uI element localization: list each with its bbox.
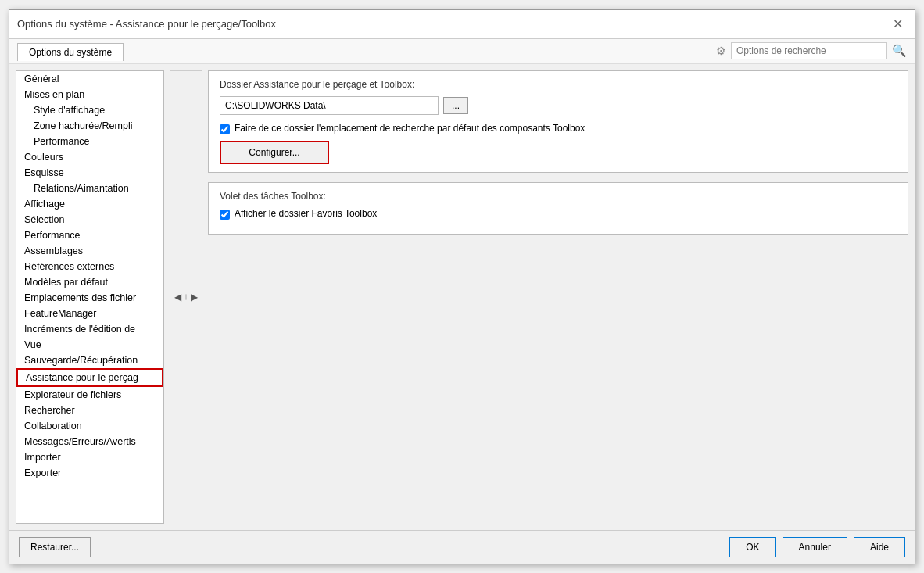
search-input[interactable]	[731, 42, 887, 59]
bottom-bar: Restaurer... OK Annuler Aide	[9, 530, 915, 564]
checkbox2-row: Afficher le dossier Favoris Toolbox	[220, 208, 897, 220]
help-button[interactable]: Aide	[854, 537, 905, 557]
sidebar-item-7[interactable]: Relations/Aimantation	[16, 181, 163, 196]
content-area: GénéralMises en planStyle d'affichageZon…	[9, 64, 915, 530]
ok-button[interactable]: OK	[729, 537, 775, 557]
sidebar-item-13[interactable]: Modèles par défaut	[16, 274, 163, 290]
folder-section-label: Dossier Assistance pour le perçage et To…	[220, 79, 897, 90]
checkbox1-row: Faire de ce dossier l'emplacement de rec…	[220, 123, 897, 134]
checkbox2[interactable]	[220, 210, 230, 220]
sidebar-item-19[interactable]: Assistance pour le perçag	[16, 368, 163, 387]
sidebar-item-4[interactable]: Performance	[16, 134, 163, 149]
configure-button[interactable]: Configurer...	[220, 141, 329, 164]
sidebar-scrollbar[interactable]	[185, 294, 187, 300]
folder-input[interactable]	[220, 96, 439, 115]
sidebar-item-17[interactable]: Vue	[16, 337, 163, 353]
dialog-buttons: OK Annuler Aide	[729, 537, 905, 557]
sidebar-item-11[interactable]: Assemblages	[16, 243, 163, 259]
sidebar-scroll-right[interactable]: ▶	[188, 292, 200, 303]
options-tab[interactable]: Options du système	[17, 43, 124, 61]
sidebar-scroll-left[interactable]: ◀	[172, 292, 184, 303]
folder-row: ...	[220, 96, 897, 115]
title-bar: Options du système - Assistance pour le …	[9, 10, 915, 39]
restore-button[interactable]: Restaurer...	[19, 537, 91, 557]
sidebar-item-9[interactable]: Sélection	[16, 212, 163, 227]
gear-icon: ⚙	[716, 45, 726, 57]
folder-section: Dossier Assistance pour le perçage et To…	[208, 70, 908, 173]
sidebar-item-16[interactable]: Incréments de l'édition de	[16, 321, 163, 337]
sidebar-item-5[interactable]: Couleurs	[16, 149, 163, 165]
dialog-title: Options du système - Assistance pour le …	[17, 18, 276, 30]
sidebar-item-22[interactable]: Collaboration	[16, 418, 163, 434]
sidebar-item-18[interactable]: Sauvegarde/Récupération	[16, 353, 163, 368]
checkbox1[interactable]	[220, 124, 230, 134]
sidebar-item-8[interactable]: Affichage	[16, 196, 163, 212]
cancel-button[interactable]: Annuler	[783, 537, 847, 557]
sidebar-item-6[interactable]: Esquisse	[16, 165, 163, 181]
sidebar-item-25[interactable]: Exporter	[16, 465, 163, 481]
sidebar-item-24[interactable]: Importer	[16, 449, 163, 465]
sidebar-item-1[interactable]: Mises en plan	[16, 87, 163, 102]
sidebar-item-3[interactable]: Zone hachurée/Rempli	[16, 118, 163, 134]
sidebar-item-0[interactable]: Général	[16, 71, 163, 87]
sidebar-item-21[interactable]: Rechercher	[16, 403, 163, 418]
checkbox2-label: Afficher le dossier Favoris Toolbox	[235, 208, 377, 219]
sidebar-item-2[interactable]: Style d'affichage	[16, 102, 163, 118]
sidebar-item-14[interactable]: Emplacements des fichier	[16, 290, 163, 306]
toolbar: Options du système ⚙ 🔍	[9, 39, 915, 64]
volet-section: Volet des tâches Toolbox: Afficher le do…	[208, 182, 908, 235]
main-panel: Dossier Assistance pour le perçage et To…	[208, 70, 908, 524]
close-button[interactable]: ✕	[888, 15, 907, 34]
volet-section-label: Volet des tâches Toolbox:	[220, 191, 897, 202]
sidebar: GénéralMises en planStyle d'affichageZon…	[16, 70, 164, 524]
sidebar-item-10[interactable]: Performance	[16, 227, 163, 243]
search-mag-icon: 🔍	[892, 44, 907, 58]
browse-button[interactable]: ...	[443, 97, 468, 114]
sidebar-item-20[interactable]: Explorateur de fichiers	[16, 387, 163, 403]
sidebar-item-23[interactable]: Messages/Erreurs/Avertis	[16, 434, 163, 449]
sidebar-item-12[interactable]: Références externes	[16, 259, 163, 274]
dialog: Options du système - Assistance pour le …	[9, 9, 915, 564]
checkbox1-label: Faire de ce dossier l'emplacement de rec…	[235, 123, 585, 134]
search-area: ⚙ 🔍	[716, 42, 907, 59]
sidebar-item-15[interactable]: FeatureManager	[16, 306, 163, 321]
